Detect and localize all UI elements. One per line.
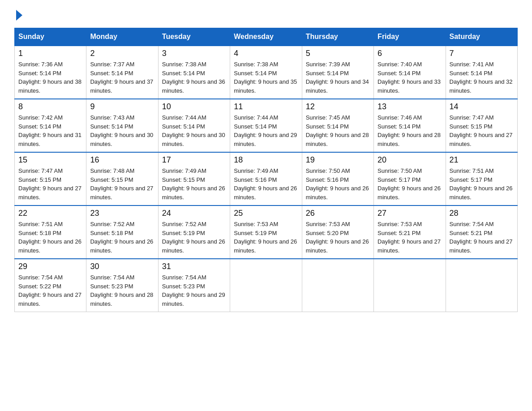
day-info: Sunrise: 7:54 AMSunset: 5:22 PMDaylight:… <box>18 273 82 308</box>
day-number: 21 <box>450 155 514 165</box>
day-info: Sunrise: 7:52 AMSunset: 5:18 PMDaylight:… <box>90 220 154 255</box>
day-info: Sunrise: 7:49 AMSunset: 5:16 PMDaylight:… <box>234 167 298 201</box>
day-info: Sunrise: 7:44 AMSunset: 5:14 PMDaylight:… <box>162 113 226 148</box>
day-info: Sunrise: 7:45 AMSunset: 5:14 PMDaylight:… <box>306 113 370 148</box>
calendar-cell: 3Sunrise: 7:38 AMSunset: 5:14 PMDaylight… <box>158 46 230 99</box>
day-info: Sunrise: 7:47 AMSunset: 5:15 PMDaylight:… <box>450 113 514 148</box>
day-number: 14 <box>450 102 514 111</box>
day-info: Sunrise: 7:53 AMSunset: 5:19 PMDaylight:… <box>234 220 298 255</box>
day-number: 2 <box>90 49 154 58</box>
logo-arrow-icon <box>16 10 22 21</box>
calendar-cell: 22Sunrise: 7:51 AMSunset: 5:18 PMDayligh… <box>15 206 86 259</box>
calendar-cell: 25Sunrise: 7:53 AMSunset: 5:19 PMDayligh… <box>230 206 302 259</box>
calendar-cell: 27Sunrise: 7:53 AMSunset: 5:21 PMDayligh… <box>374 206 446 259</box>
calendar-cell: 18Sunrise: 7:49 AMSunset: 5:16 PMDayligh… <box>230 152 302 206</box>
day-info: Sunrise: 7:54 AMSunset: 5:23 PMDaylight:… <box>162 273 226 308</box>
day-number: 5 <box>306 49 370 58</box>
day-number: 29 <box>18 262 82 271</box>
calendar-week-row: 15Sunrise: 7:47 AMSunset: 5:15 PMDayligh… <box>15 152 518 206</box>
calendar-week-row: 22Sunrise: 7:51 AMSunset: 5:18 PMDayligh… <box>15 206 518 259</box>
day-number: 28 <box>450 209 514 218</box>
column-header-friday: Friday <box>374 28 446 46</box>
day-number: 11 <box>234 102 298 111</box>
day-info: Sunrise: 7:48 AMSunset: 5:15 PMDaylight:… <box>90 167 154 201</box>
day-info: Sunrise: 7:41 AMSunset: 5:14 PMDaylight:… <box>450 60 514 95</box>
day-info: Sunrise: 7:54 AMSunset: 5:21 PMDaylight:… <box>450 220 514 255</box>
calendar-week-row: 29Sunrise: 7:54 AMSunset: 5:22 PMDayligh… <box>15 259 518 312</box>
calendar-cell: 15Sunrise: 7:47 AMSunset: 5:15 PMDayligh… <box>15 152 86 206</box>
calendar-cell: 28Sunrise: 7:54 AMSunset: 5:21 PMDayligh… <box>446 206 517 259</box>
calendar-week-row: 8Sunrise: 7:42 AMSunset: 5:14 PMDaylight… <box>15 99 518 152</box>
day-info: Sunrise: 7:36 AMSunset: 5:14 PMDaylight:… <box>18 60 82 95</box>
day-info: Sunrise: 7:50 AMSunset: 5:17 PMDaylight:… <box>378 167 442 201</box>
day-number: 7 <box>450 49 514 58</box>
calendar-cell: 1Sunrise: 7:36 AMSunset: 5:14 PMDaylight… <box>15 46 86 99</box>
calendar-cell: 13Sunrise: 7:46 AMSunset: 5:14 PMDayligh… <box>374 99 446 152</box>
day-info: Sunrise: 7:39 AMSunset: 5:14 PMDaylight:… <box>306 60 370 95</box>
column-header-wednesday: Wednesday <box>230 28 302 46</box>
day-number: 30 <box>90 262 154 271</box>
day-number: 16 <box>90 155 154 165</box>
day-info: Sunrise: 7:47 AMSunset: 5:15 PMDaylight:… <box>18 167 82 201</box>
day-number: 12 <box>306 102 370 111</box>
calendar-cell: 14Sunrise: 7:47 AMSunset: 5:15 PMDayligh… <box>446 99 517 152</box>
day-info: Sunrise: 7:54 AMSunset: 5:23 PMDaylight:… <box>90 273 154 308</box>
page-header <box>14 11 518 19</box>
calendar-cell <box>374 259 446 312</box>
day-number: 24 <box>162 209 226 218</box>
calendar-cell: 8Sunrise: 7:42 AMSunset: 5:14 PMDaylight… <box>15 99 86 152</box>
calendar-cell: 30Sunrise: 7:54 AMSunset: 5:23 PMDayligh… <box>86 259 158 312</box>
day-number: 19 <box>306 155 370 165</box>
calendar-cell: 12Sunrise: 7:45 AMSunset: 5:14 PMDayligh… <box>302 99 373 152</box>
day-number: 13 <box>378 102 442 111</box>
day-info: Sunrise: 7:51 AMSunset: 5:17 PMDaylight:… <box>450 167 514 201</box>
calendar-cell <box>302 259 373 312</box>
day-number: 27 <box>378 209 442 218</box>
day-number: 6 <box>378 49 442 58</box>
day-number: 3 <box>162 49 226 58</box>
day-number: 26 <box>306 209 370 218</box>
day-info: Sunrise: 7:53 AMSunset: 5:21 PMDaylight:… <box>378 220 442 255</box>
calendar-cell <box>446 259 517 312</box>
day-number: 22 <box>18 209 82 218</box>
calendar-cell: 6Sunrise: 7:40 AMSunset: 5:14 PMDaylight… <box>374 46 446 99</box>
calendar-cell <box>230 259 302 312</box>
day-info: Sunrise: 7:40 AMSunset: 5:14 PMDaylight:… <box>378 60 442 95</box>
calendar-cell: 11Sunrise: 7:44 AMSunset: 5:14 PMDayligh… <box>230 99 302 152</box>
calendar-cell: 10Sunrise: 7:44 AMSunset: 5:14 PMDayligh… <box>158 99 230 152</box>
calendar-cell: 20Sunrise: 7:50 AMSunset: 5:17 PMDayligh… <box>374 152 446 206</box>
calendar-cell: 16Sunrise: 7:48 AMSunset: 5:15 PMDayligh… <box>86 152 158 206</box>
day-number: 25 <box>234 209 298 218</box>
calendar-week-row: 1Sunrise: 7:36 AMSunset: 5:14 PMDaylight… <box>15 46 518 99</box>
day-number: 20 <box>378 155 442 165</box>
day-number: 8 <box>18 102 82 111</box>
day-info: Sunrise: 7:38 AMSunset: 5:14 PMDaylight:… <box>162 60 226 95</box>
day-info: Sunrise: 7:46 AMSunset: 5:14 PMDaylight:… <box>378 113 442 148</box>
day-number: 23 <box>90 209 154 218</box>
column-header-tuesday: Tuesday <box>158 28 230 46</box>
column-header-monday: Monday <box>86 28 158 46</box>
day-info: Sunrise: 7:50 AMSunset: 5:16 PMDaylight:… <box>306 167 370 201</box>
calendar-cell: 29Sunrise: 7:54 AMSunset: 5:22 PMDayligh… <box>15 259 86 312</box>
calendar-header-row: SundayMondayTuesdayWednesdayThursdayFrid… <box>15 28 518 46</box>
calendar-cell: 23Sunrise: 7:52 AMSunset: 5:18 PMDayligh… <box>86 206 158 259</box>
calendar-cell: 9Sunrise: 7:43 AMSunset: 5:14 PMDaylight… <box>86 99 158 152</box>
calendar-cell: 5Sunrise: 7:39 AMSunset: 5:14 PMDaylight… <box>302 46 373 99</box>
day-info: Sunrise: 7:37 AMSunset: 5:14 PMDaylight:… <box>90 60 154 95</box>
logo <box>14 11 22 19</box>
calendar-cell: 7Sunrise: 7:41 AMSunset: 5:14 PMDaylight… <box>446 46 517 99</box>
calendar-cell: 2Sunrise: 7:37 AMSunset: 5:14 PMDaylight… <box>86 46 158 99</box>
day-info: Sunrise: 7:42 AMSunset: 5:14 PMDaylight:… <box>18 113 82 148</box>
day-number: 15 <box>18 155 82 165</box>
day-info: Sunrise: 7:38 AMSunset: 5:14 PMDaylight:… <box>234 60 298 95</box>
calendar-cell: 24Sunrise: 7:52 AMSunset: 5:19 PMDayligh… <box>158 206 230 259</box>
day-number: 4 <box>234 49 298 58</box>
column-header-thursday: Thursday <box>302 28 373 46</box>
day-number: 17 <box>162 155 226 165</box>
calendar-cell: 31Sunrise: 7:54 AMSunset: 5:23 PMDayligh… <box>158 259 230 312</box>
day-info: Sunrise: 7:51 AMSunset: 5:18 PMDaylight:… <box>18 220 82 255</box>
day-info: Sunrise: 7:53 AMSunset: 5:20 PMDaylight:… <box>306 220 370 255</box>
day-number: 18 <box>234 155 298 165</box>
day-info: Sunrise: 7:49 AMSunset: 5:15 PMDaylight:… <box>162 167 226 201</box>
calendar-table: SundayMondayTuesdayWednesdayThursdayFrid… <box>14 28 518 312</box>
